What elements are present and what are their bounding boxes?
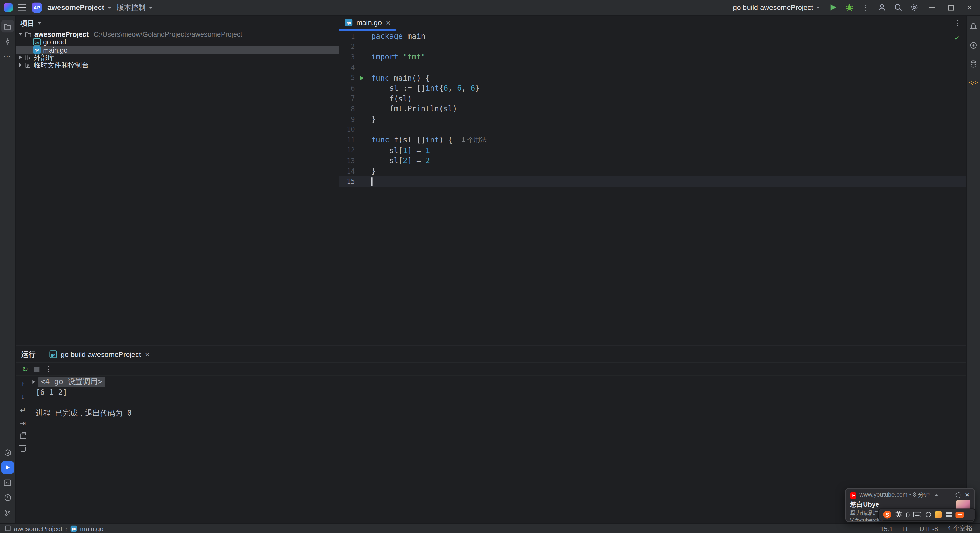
tool-window-commit-button[interactable] [1,35,14,48]
chevron-collapsed-icon[interactable] [19,63,22,67]
tree-item-go-mod[interactable]: go go.mod [16,38,339,46]
tool-window-project-button[interactable] [1,20,14,32]
window-close-button[interactable]: × [961,0,978,14]
tool-window-problems-button[interactable] [1,491,14,504]
tool-window-database-button[interactable] [967,57,980,70]
project-panel-header[interactable]: 项目 [16,16,339,31]
code-line[interactable]: 11func f(sl []int) { 1 个用法 [339,135,966,145]
tool-window-terminal-button[interactable] [1,476,14,488]
down-stack-trace-button[interactable]: ↓ [18,392,28,402]
line-number[interactable]: 8 [339,105,355,113]
line-ending-widget[interactable]: LF [902,525,910,532]
code-line[interactable]: 12 sl[1] = 1 [339,145,966,156]
code-line[interactable]: 10 [339,124,966,135]
code-line[interactable]: 9} [339,114,966,124]
tool-window-endpoints-button[interactable]: </> [967,76,980,89]
line-number[interactable]: 13 [339,157,355,165]
breadcrumb-file[interactable]: main.go [80,525,103,532]
close-icon[interactable]: ✕ [386,19,391,26]
folded-region[interactable]: <4 go 设置调用> [38,377,105,388]
chevron-collapsed-icon[interactable] [19,56,22,59]
scroll-to-end-button[interactable]: ⇥ [18,418,28,428]
more-actions-button[interactable]: ⋮ [859,0,873,14]
code-line[interactable]: 6 sl := []int{6, 6, 6} [339,83,966,94]
stop-button[interactable] [34,367,39,372]
project-avatar[interactable]: AP [32,3,42,13]
vcs-menu[interactable]: 版本控制 [117,3,152,12]
console-output[interactable]: <4 go 设置调用> [6 1 2] 进程 已完成，退出代码为 0 [30,376,966,523]
caret-position-widget[interactable]: 15:1 [880,525,893,532]
breadcrumb-project[interactable]: awesomeProject [14,525,62,532]
toolbox-grid-icon[interactable] [946,512,952,517]
sogou-toolbox-icon[interactable] [956,512,964,518]
encoding-widget[interactable]: UTF-8 [919,525,938,532]
tree-item-scratches[interactable]: 临时文件和控制台 [16,61,339,69]
line-number[interactable]: 1 [339,32,355,41]
tree-item-external-libraries[interactable]: 外部库 [16,54,339,61]
line-number[interactable]: 4 [339,64,355,72]
tree-item-main-go[interactable]: go main.go [16,46,339,54]
line-number[interactable]: 14 [339,167,355,175]
code-line[interactable]: 7 f(sl) [339,94,966,104]
notification-title[interactable]: 悠白Ubye [850,501,970,509]
soft-wrap-button[interactable]: ↵ [18,405,28,415]
more-options-button[interactable]: ⋮ [45,366,52,373]
code-line[interactable]: 4 [339,62,966,73]
line-number[interactable]: 3 [339,53,355,61]
main-menu-icon[interactable] [18,4,26,11]
window-minimize-button[interactable] [924,0,940,14]
notifications-button[interactable] [967,20,980,32]
run-button[interactable] [826,0,840,14]
collapse-icon[interactable] [934,494,938,496]
line-number[interactable]: 5 [339,74,355,82]
run-configuration-selector[interactable]: go build awesomeProject [733,4,820,11]
project-selector[interactable]: awesomeProject [48,4,111,11]
console-folded-line[interactable]: <4 go 设置调用> [30,377,966,387]
line-number[interactable]: 15 [339,177,355,186]
tool-window-git-button[interactable] [1,506,14,519]
window-maximize-button[interactable] [942,0,959,14]
sogou-logo-icon[interactable]: S [883,511,891,519]
tool-window-run-button[interactable] [1,461,14,474]
code-line[interactable]: 8 fmt.Println(sl) [339,104,966,115]
code-line[interactable]: 1package main [339,31,966,41]
emoji-icon[interactable] [925,512,931,517]
run-tab-go-build[interactable]: go go build awesomeProject ✕ [45,346,155,363]
line-number[interactable]: 10 [339,126,355,134]
line-number[interactable]: 7 [339,95,355,103]
code-editor[interactable]: ✓ 1package main23import "fmt"45func main… [339,31,966,345]
tree-item-project-root[interactable]: awesomeProject C:\Users\meow\GolandProje… [16,31,339,38]
run-line-icon[interactable] [355,75,368,81]
close-icon[interactable]: ✕ [145,351,150,358]
code-with-me-button[interactable] [875,0,889,14]
rerun-button[interactable]: ↻ [22,366,28,373]
debug-button[interactable] [842,0,856,14]
indent-widget[interactable]: 4 个空格 [947,524,973,533]
more-tool-windows-button[interactable]: ⋯ [1,50,14,62]
up-stack-trace-button[interactable]: ↑ [18,379,28,388]
status-breadcrumb[interactable]: awesomeProject › go main.go [0,525,103,532]
line-number[interactable]: 6 [339,84,355,92]
editor-tab-main-go[interactable]: go main.go ✕ [339,16,396,31]
sogou-ime-toolbar[interactable]: S 英 [878,509,976,521]
code-line[interactable]: 5func main() { [339,73,966,83]
line-number[interactable]: 9 [339,115,355,124]
code-line[interactable]: 2 [339,41,966,52]
code-line[interactable]: 14} [339,166,966,177]
line-number[interactable]: 11 [339,136,355,144]
clear-all-button[interactable] [18,444,28,454]
microphone-icon[interactable] [906,512,909,517]
settings-button[interactable] [907,0,921,14]
skin-icon[interactable] [935,511,942,518]
code-line[interactable]: 3import "fmt" [339,52,966,62]
code-line[interactable]: 15 [339,177,966,187]
ai-assistant-button[interactable] [967,39,980,51]
line-number[interactable]: 2 [339,43,355,51]
expand-icon[interactable] [32,380,35,384]
tool-window-services-button[interactable] [1,446,14,459]
notification-settings-icon[interactable] [956,492,961,498]
line-number[interactable]: 12 [339,146,355,155]
close-icon[interactable]: ✕ [965,492,970,498]
tab-options-button[interactable]: ⋮ [954,19,961,27]
code-line[interactable]: 13 sl[2] = 2 [339,156,966,166]
